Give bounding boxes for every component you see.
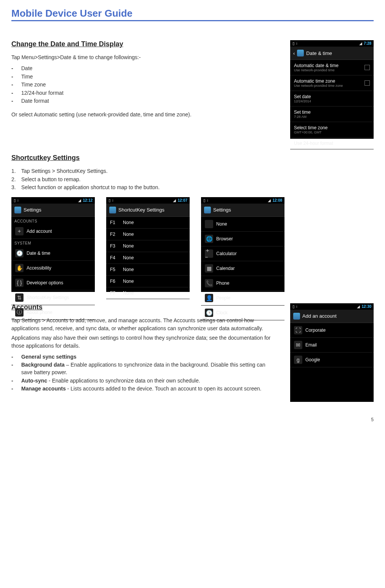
date-time-options-list: Date Time Time zone 12/24-hour format Da…: [11, 64, 275, 105]
list-item: Select function or application shortcut …: [11, 183, 374, 192]
app-icon: ▦: [205, 264, 213, 273]
heading-date-time: Change the Date and Time Display: [11, 40, 275, 48]
screen-title: Settings: [213, 207, 231, 213]
back-icon[interactable]: ‹: [293, 50, 295, 56]
status-icons: ▯ ↕: [292, 304, 298, 309]
settings-row[interactable]: ＋Add account: [11, 224, 95, 239]
status-time: 12:07: [178, 198, 187, 202]
page-number: 5: [11, 417, 374, 422]
settings-row[interactable]: F6None: [106, 276, 190, 287]
settings-row[interactable]: None: [201, 217, 284, 232]
settings-row[interactable]: Select time zoneGMT+00:00, GMT: [290, 122, 374, 138]
app-icon: [297, 50, 304, 56]
list-item: Manage accounts - Lists accounts added t…: [11, 385, 275, 393]
accounts-p2: Applications may also have their own set…: [11, 334, 275, 350]
accounts-p1: Tap Settings > Accounts to add, remove, …: [11, 317, 275, 332]
row-icon: 🕘: [15, 249, 24, 257]
settings-row[interactable]: ▦Calendar: [201, 261, 284, 276]
row-icon: ⇅: [15, 293, 24, 302]
settings-row[interactable]: F5None: [106, 264, 190, 276]
shortcutkey-steps: Tap Settings > ShortcutKey Settings. Sel…: [11, 167, 374, 192]
row-icon: ＋: [15, 227, 24, 235]
screenshot-shortcutkey: ▯ ↕ ◢ 12:07 ShortcutKey Settings F1NoneF…: [106, 197, 190, 292]
signal-icon: ◢: [78, 198, 81, 202]
screen-title: Settings: [24, 207, 41, 213]
settings-row[interactable]: Set time7:28 AM: [290, 107, 374, 122]
status-icons: ▯ ↕: [292, 41, 298, 45]
settings-row[interactable]: ＋−Calculator: [201, 246, 284, 261]
intro-text: Tap Menu>Settings>Date & time to change …: [11, 53, 275, 61]
list-item: Tap Settings > ShortcutKey Settings.: [11, 167, 374, 176]
settings-row[interactable]: 🌐Browser: [201, 232, 284, 246]
status-icons: ▯ ↕: [203, 198, 209, 202]
signal-icon: ◢: [173, 198, 176, 202]
settings-row[interactable]: F7None: [106, 287, 190, 299]
settings-row[interactable]: Use 24-hour format: [290, 138, 374, 149]
section-label: SYSTEM: [11, 239, 95, 246]
list-item: General sync settings: [11, 353, 275, 361]
account-icon: ⛶: [294, 326, 302, 334]
accounts-options-list: General sync settingsBackground data – E…: [11, 353, 275, 393]
page-title: Mobile Device User Guide: [11, 8, 374, 21]
settings-row[interactable]: 📞Phone: [201, 276, 284, 291]
settings-row[interactable]: gGoogle: [290, 353, 374, 367]
settings-row[interactable]: F2None: [106, 229, 190, 240]
signal-icon: ◢: [359, 41, 362, 45]
list-item: Auto-sync - Enable applications to synch…: [11, 377, 275, 385]
checkbox-icon[interactable]: [365, 65, 370, 70]
status-icons: ▯ ↕: [14, 198, 19, 202]
settings-row[interactable]: Automatic time zoneUse network-provided …: [290, 75, 374, 91]
settings-row[interactable]: { }Developer options: [11, 276, 95, 290]
list-item: Background data – Enable applications to…: [11, 361, 275, 376]
screenshot-date-time: ▯ ↕ ◢ 7:28 ‹ Date & time Automatic date …: [290, 40, 374, 139]
app-icon: 👤: [205, 294, 213, 302]
settings-row[interactable]: F1None: [106, 217, 190, 229]
app-icon: 🌐: [205, 235, 213, 243]
list-item: 12/24-hour format: [11, 89, 275, 97]
app-icon: [109, 207, 116, 213]
settings-row[interactable]: ✋Accessibility: [11, 261, 95, 276]
screen-title: Add an account: [302, 313, 336, 319]
app-icon: 📞: [205, 279, 213, 287]
heading-shortcutkey: Shortcutkey Settings: [11, 154, 374, 162]
screen-title: ShortcutKey Settings: [118, 207, 164, 213]
section-label: ACCOUNTS: [11, 217, 95, 224]
list-item: Time: [11, 73, 275, 81]
list-item: Date format: [11, 97, 275, 105]
settings-row[interactable]: F3None: [106, 240, 190, 252]
status-time: 12:30: [361, 304, 371, 309]
status-time: 12:12: [83, 198, 93, 202]
outro-text: Or select Automatic setting (use network…: [11, 111, 275, 119]
signal-icon: ◢: [357, 304, 360, 309]
app-icon: [204, 207, 211, 213]
row-icon: ✋: [15, 264, 24, 272]
signal-icon: ◢: [268, 198, 271, 202]
settings-row[interactable]: Automatic date & timeUse network-provide…: [290, 60, 374, 75]
screenshot-add-account: ▯ ↕ ◢ 12:30 Add an account ⛶Corporate✉Em…: [290, 303, 374, 402]
screenshot-settings: ▯ ↕ ◢ 12:12 Settings ACCOUNTS＋Add accoun…: [11, 197, 95, 292]
status-time: 12:08: [272, 198, 282, 202]
app-icon: ＋−: [205, 249, 213, 258]
app-icon: [293, 313, 300, 320]
app-icon: [205, 220, 213, 228]
settings-row[interactable]: Set date12/24/2014: [290, 91, 374, 107]
heading-accounts: Accounts: [11, 303, 275, 311]
status-icons: ▯ ↕: [108, 198, 114, 202]
list-item: Time zone: [11, 81, 275, 89]
app-icon: [14, 207, 21, 213]
screen-title: Date & time: [306, 50, 332, 56]
screenshot-app-picker: ▯ ↕ ◢ 12:08 Settings None🌐Browser＋−Calcu…: [201, 197, 284, 292]
settings-row[interactable]: F4None: [106, 252, 190, 264]
account-icon: g: [294, 356, 302, 364]
row-icon: { }: [15, 279, 24, 287]
settings-row[interactable]: ✉Email: [290, 338, 374, 353]
account-icon: ✉: [294, 341, 302, 349]
checkbox-icon[interactable]: [365, 80, 370, 86]
status-time: 7:28: [364, 41, 371, 45]
settings-row[interactable]: 🕘Date & time: [11, 246, 95, 261]
settings-row[interactable]: ⛶Corporate: [290, 323, 374, 338]
list-item: Select a button to remap.: [11, 176, 374, 184]
list-item: Date: [11, 64, 275, 73]
